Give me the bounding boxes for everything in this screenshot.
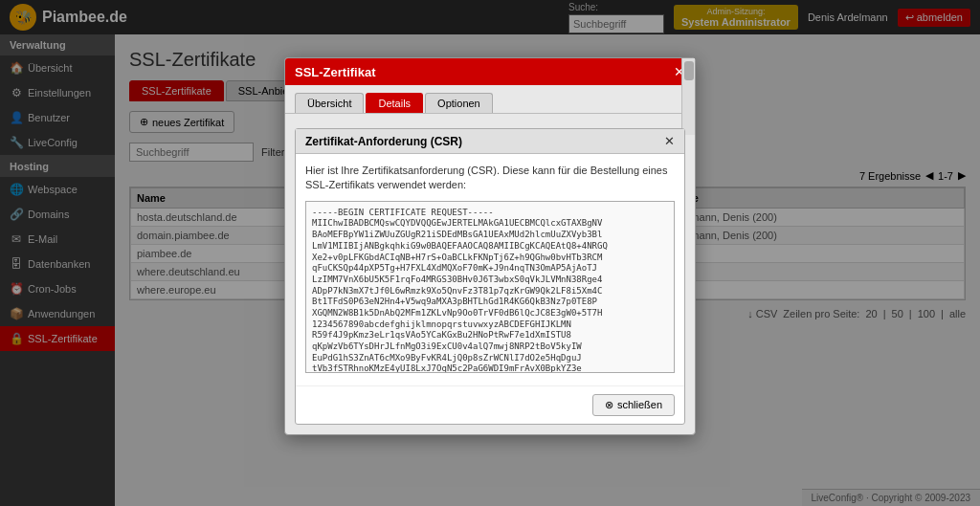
close-button[interactable]: ⊗ schließen xyxy=(592,394,675,416)
modal-inner-body: Hier ist Ihre Zertifikatsanforderung (CS… xyxy=(296,154,684,385)
modal-outer-body: Zertifikat-Anforderung (CSR) ✕ Hier ist … xyxy=(285,114,695,434)
modal-tab-optionen[interactable]: Optionen xyxy=(425,93,493,113)
modal-scroll-thumb xyxy=(684,61,694,80)
close-icon: ⊗ xyxy=(605,399,613,411)
modal-tab-details[interactable]: Details xyxy=(366,93,423,113)
modal-scrollbar xyxy=(681,58,695,135)
modal-inner-header: Zertifikat-Anforderung (CSR) ✕ xyxy=(296,129,684,154)
modal-overlay[interactable]: SSL-Zertifikat ✕ Übersicht Details Optio… xyxy=(0,0,980,506)
modal-outer-header: SSL-Zertifikat ✕ xyxy=(285,58,695,85)
csr-textarea[interactable] xyxy=(305,201,675,373)
modal-csr: Zertifikat-Anforderung (CSR) ✕ Hier ist … xyxy=(295,128,685,425)
close-label: schließen xyxy=(617,399,662,410)
modal-tabs: Übersicht Details Optionen xyxy=(285,85,695,114)
modal-inner-close-button[interactable]: ✕ xyxy=(664,134,675,148)
modal-inner-footer: ⊗ schließen xyxy=(296,385,684,424)
modal-inner-title: Zertifikat-Anforderung (CSR) xyxy=(305,135,462,148)
modal-ssl-zertifikat: SSL-Zertifikat ✕ Übersicht Details Optio… xyxy=(284,57,696,435)
modal-tab-uebersicht[interactable]: Übersicht xyxy=(295,93,364,113)
modal-outer-title: SSL-Zertifikat xyxy=(295,65,376,79)
modal-inner-description: Hier ist Ihre Zertifikatsanforderung (CS… xyxy=(305,164,675,193)
